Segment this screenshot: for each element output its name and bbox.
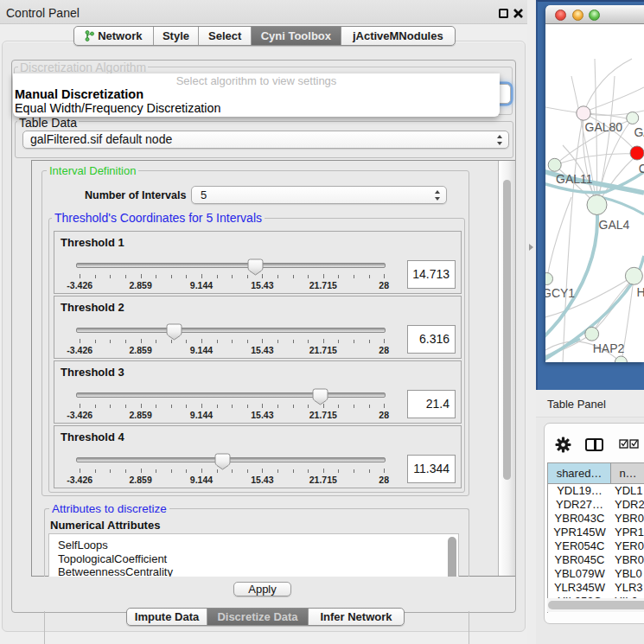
svg-text:H: H bbox=[637, 285, 644, 299]
svg-text:GAL4: GAL4 bbox=[599, 218, 630, 232]
svg-text:GAL80: GAL80 bbox=[585, 120, 623, 134]
svg-text:GAL: GAL bbox=[634, 125, 644, 139]
svg-text:GCY1: GCY1 bbox=[545, 286, 575, 300]
svg-text:C: C bbox=[639, 162, 644, 175]
svg-text:HAP2: HAP2 bbox=[593, 341, 625, 355]
svg-text:GAL11: GAL11 bbox=[556, 172, 593, 186]
